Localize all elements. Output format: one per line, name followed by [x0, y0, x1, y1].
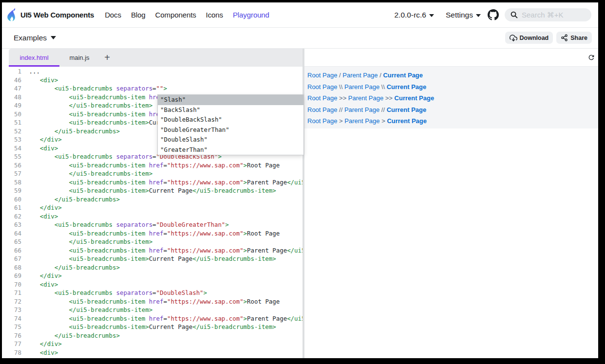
line-number: 54	[2, 144, 21, 153]
breadcrumb-link[interactable]: Root Page	[307, 83, 337, 91]
suggestion-item[interactable]: "DoubleSlash"	[158, 135, 303, 145]
breadcrumb-link[interactable]: Parent Page	[344, 117, 379, 125]
code-line: 62 <div>	[2, 212, 302, 221]
breadcrumb: Root Page // Parent Page // Current Page	[307, 104, 598, 116]
code-line: 46 <div>	[2, 76, 302, 85]
breadcrumb-link[interactable]: Root Page	[307, 106, 337, 113]
line-number: 64	[2, 229, 21, 238]
breadcrumb-link[interactable]: Parent Page	[344, 83, 379, 91]
refresh-icon	[587, 54, 595, 61]
line-number: 48	[2, 93, 21, 102]
code-line: 78 <div>	[2, 348, 302, 357]
code-line: 68 </ui5-breadcrumbs>	[2, 263, 302, 272]
search-input[interactable]: Search ⌘+K	[505, 8, 591, 21]
line-number: 65	[2, 237, 21, 246]
settings-label: Settings	[446, 11, 473, 19]
chevron-down-icon	[476, 14, 481, 17]
nav-link-docs[interactable]: Docs	[105, 11, 121, 19]
line-number: 68	[2, 263, 21, 272]
settings-menu[interactable]: Settings	[446, 11, 481, 19]
nav-link-blog[interactable]: Blog	[131, 11, 146, 19]
refresh-button[interactable]	[587, 54, 595, 61]
examples-menu[interactable]: Examples	[14, 34, 56, 42]
share-button[interactable]: Share	[556, 32, 592, 44]
code-line: 63 <ui5-breadcrumbs separators="DoubleGr…	[2, 220, 302, 229]
code-text: <ui5-breadcrumbs-item>Current Page</ui5-…	[25, 255, 276, 263]
download-label: Download	[520, 35, 549, 41]
editor-tab-index.html[interactable]: index.html	[9, 49, 59, 67]
top-navbar: UI5 Web Components DocsBlogComponentsIco…	[2, 2, 598, 28]
chevron-down-icon	[51, 36, 56, 39]
breadcrumb-separator: >	[380, 117, 387, 125]
suggestion-item[interactable]: "GreaterThan"	[158, 145, 303, 155]
breadcrumb-link[interactable]: Root Page	[307, 117, 337, 125]
line-number: 51	[2, 118, 21, 127]
code-text: </div>	[25, 203, 62, 212]
breadcrumb-link[interactable]: Root Page	[307, 94, 337, 102]
nav-link-playground[interactable]: Playground	[233, 11, 269, 19]
breadcrumb-separator: \\	[337, 83, 344, 91]
download-cloud-icon	[510, 34, 517, 42]
version-menu[interactable]: 2.0.0-rc.6	[395, 11, 434, 19]
line-number: 75	[2, 323, 21, 331]
line-number: 73	[2, 306, 21, 314]
code-text: <ui5-breadcrumbs-item href="https://www.…	[25, 178, 302, 187]
code-text: </ui5-breadcrumbs-item>	[25, 169, 152, 178]
code-text: <ui5-breadcrumbs separators="DoubleSlash…	[25, 289, 207, 297]
breadcrumb-separator: /	[337, 72, 342, 79]
breadcrumb-current: Current Page	[395, 94, 435, 102]
line-number: 61	[2, 203, 21, 212]
brand[interactable]: UI5 Web Components	[7, 8, 94, 21]
suggestion-item[interactable]: "BackSlash"	[158, 105, 303, 115]
playground-page: UI5 Web Components DocsBlogComponentsIco…	[2, 2, 598, 358]
line-number: 50	[2, 110, 21, 119]
line-number: 59	[2, 186, 21, 195]
code-line: 1 ...	[2, 67, 302, 76]
breadcrumb-separator: >>	[337, 94, 348, 102]
line-number: 1	[2, 67, 21, 76]
preview-output: Root Page / Parent Page / Current PageRo…	[304, 67, 598, 128]
code-line: 76 </ui5-breadcrumbs>	[2, 331, 302, 340]
code-text: <ui5-breadcrumbs-item>Current Page</ui5-…	[25, 323, 276, 331]
code-line: 72 <ui5-breadcrumbs-item href="https://w…	[2, 297, 302, 306]
code-text: </div>	[25, 272, 62, 280]
preview-toolbar	[304, 49, 598, 67]
search-icon	[510, 11, 518, 18]
code-line: 71 <ui5-breadcrumbs separators="DoubleSl…	[2, 289, 302, 297]
github-link[interactable]	[488, 9, 499, 20]
line-number: 47	[2, 84, 21, 93]
download-button[interactable]: Download	[505, 32, 553, 44]
code-text: <div>	[25, 144, 58, 153]
editor-tabstrip: index.htmlmain.js+	[9, 49, 302, 67]
line-number: 55	[2, 152, 21, 161]
examples-toolbar: Examples Download Share	[2, 28, 598, 48]
line-number: 56	[2, 161, 21, 170]
breadcrumb-link[interactable]: Root Page	[307, 72, 337, 79]
code-text: </ui5-breadcrumbs>	[25, 331, 120, 340]
breadcrumb: Root Page >> Parent Page >> Current Page	[307, 92, 598, 104]
suggestion-item[interactable]: "DoubleBackSlash"	[158, 115, 303, 125]
code-text: </ui5-breadcrumbs-item>	[25, 306, 152, 314]
breadcrumb-link[interactable]: Parent Page	[342, 72, 378, 79]
line-number: 71	[2, 289, 21, 297]
breadcrumb-link[interactable]: Parent Page	[344, 106, 379, 113]
playground-main: index.htmlmain.js+ 1 ...46 <div>47 <ui5-…	[2, 48, 598, 358]
nav-link-components[interactable]: Components	[155, 11, 196, 19]
nav-link-icons[interactable]: Icons	[206, 11, 223, 19]
toolbar-actions: Download Share	[505, 32, 592, 44]
line-number: 76	[2, 331, 21, 340]
code-text: <div>	[25, 348, 58, 357]
suggestion-item[interactable]: "Slash"	[158, 95, 303, 105]
code-text: <ui5-breadcrumbs-item href="https://www.…	[25, 229, 280, 238]
code-line: 66 <ui5-breadcrumbs-item href="https://w…	[2, 246, 302, 255]
editor-tab-main.js[interactable]: main.js	[59, 49, 99, 67]
main-nav: DocsBlogComponentsIconsPlayground	[105, 11, 269, 19]
code-line: 61 </div>	[2, 203, 302, 212]
code-line: 75 <ui5-breadcrumbs-item>Current Page</u…	[2, 323, 302, 331]
line-number: 58	[2, 178, 21, 187]
line-number: 53	[2, 135, 21, 144]
add-tab-button[interactable]: +	[99, 49, 115, 67]
code-text: <div>	[25, 76, 58, 85]
breadcrumb-link[interactable]: Parent Page	[348, 94, 383, 102]
suggestion-item[interactable]: "DoubleGreaterThan"	[158, 125, 303, 135]
